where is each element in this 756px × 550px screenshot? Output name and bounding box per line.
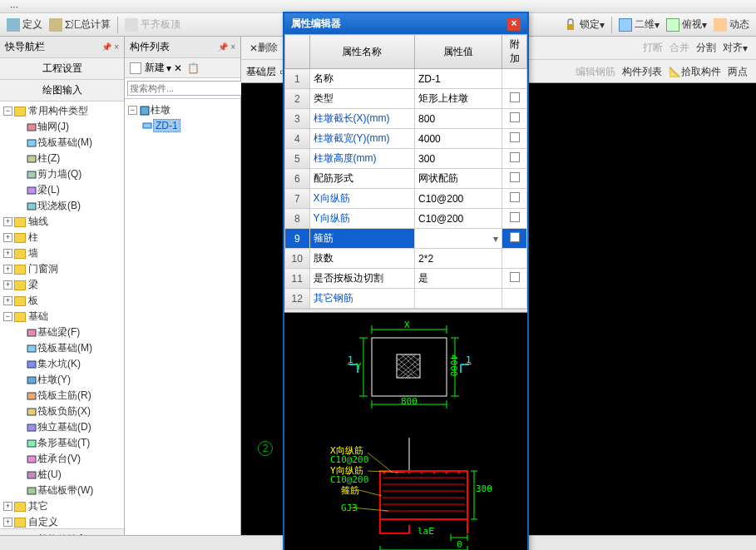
property-row[interactable]: 3柱墩截长(X)(mm)800: [285, 109, 527, 129]
tree-node-zd1[interactable]: ZD-1: [128, 118, 237, 133]
prop-value[interactable]: 800: [415, 109, 502, 129]
tree-node[interactable]: 现浇板(B): [2, 198, 122, 214]
copy-icon[interactable]: 📋: [187, 62, 200, 74]
prop-value[interactable]: ▾: [415, 229, 502, 249]
expand-icon[interactable]: +: [3, 296, 12, 305]
tree-node[interactable]: +柱: [2, 230, 122, 245]
expand-icon[interactable]: +: [3, 217, 12, 226]
property-row[interactable]: 6配筋形式网状配筋: [285, 169, 527, 189]
close-icon[interactable]: ×: [507, 17, 521, 31]
pin-icon[interactable]: 📌 ×: [218, 42, 235, 52]
expand-icon[interactable]: +: [3, 502, 12, 511]
tree-node[interactable]: +其它: [2, 498, 122, 514]
property-row[interactable]: 4柱墩截宽(Y)(mm)4000: [285, 129, 527, 149]
expand-icon[interactable]: +: [3, 518, 12, 527]
prop-add[interactable]: [502, 269, 527, 289]
prop-value[interactable]: C10@200: [415, 209, 502, 229]
prop-add[interactable]: [502, 89, 527, 109]
editrebar-button[interactable]: 编辑钢筋: [572, 63, 619, 81]
prop-add[interactable]: [502, 109, 527, 129]
tree-node[interactable]: 梁(L): [2, 182, 122, 198]
view2d-button[interactable]: 二维 ▾: [615, 16, 663, 33]
tree-node[interactable]: +梁: [2, 277, 122, 293]
checkbox-icon[interactable]: [510, 92, 520, 102]
checkbox-icon[interactable]: [510, 152, 520, 162]
prop-add[interactable]: [502, 229, 527, 249]
prop-add[interactable]: [502, 289, 527, 309]
prop-add[interactable]: [502, 69, 527, 89]
tree-node[interactable]: 独立基础(D): [2, 419, 122, 435]
prop-value[interactable]: 300: [415, 149, 502, 169]
align-top-button[interactable]: 平齐板顶: [121, 16, 184, 33]
checkbox-icon[interactable]: [510, 212, 520, 222]
collapse-icon[interactable]: −: [128, 106, 137, 115]
component-type-tree[interactable]: −常用构件类型轴网(J)筏板基础(M)柱(Z)剪力墙(Q)梁(L)现浇板(B)+…: [0, 102, 124, 528]
property-row[interactable]: 9箍筋▾: [285, 229, 527, 249]
expand-icon[interactable]: +: [3, 233, 12, 242]
prop-add[interactable]: [502, 249, 527, 269]
expand-icon[interactable]: +: [3, 265, 12, 274]
new-icon[interactable]: [130, 62, 141, 74]
checkbox-icon[interactable]: [510, 132, 520, 142]
tree-node[interactable]: 筏板主筋(R): [2, 388, 122, 404]
expand-icon[interactable]: +: [3, 249, 12, 258]
align-button[interactable]: 对齐 ▾: [719, 39, 751, 57]
prop-value[interactable]: 矩形上柱墩: [415, 89, 502, 109]
checkbox-icon[interactable]: [510, 272, 520, 282]
property-row[interactable]: 8Y向纵筋C10@200: [285, 209, 527, 229]
tree-node[interactable]: +自定义: [2, 514, 122, 528]
prop-value[interactable]: 2*2: [415, 249, 502, 269]
tree-node[interactable]: +轴线: [2, 214, 122, 230]
tree-node[interactable]: 筏板基础(M): [2, 135, 122, 151]
checkbox-icon[interactable]: [510, 232, 520, 242]
tab-project-settings[interactable]: 工程设置: [0, 58, 124, 80]
prop-add[interactable]: [502, 129, 527, 149]
tab-draw-input[interactable]: 绘图输入: [0, 80, 124, 102]
search-input[interactable]: [127, 81, 247, 96]
prop-value[interactable]: 网状配筋: [415, 169, 502, 189]
prop-value[interactable]: C10@200: [415, 189, 502, 209]
delete-button[interactable]: ✕ 删除: [246, 39, 281, 57]
dialog-titlebar[interactable]: 属性编辑器 ×: [284, 13, 527, 34]
tree-node-pier[interactable]: − 柱墩: [128, 102, 237, 118]
layer-selector[interactable]: 基础层: [246, 65, 276, 79]
lock-button[interactable]: 锁定 ▾: [561, 16, 608, 33]
checkbox-icon[interactable]: [510, 172, 520, 182]
prop-add[interactable]: [502, 169, 527, 189]
tree-node[interactable]: 柱(Z): [2, 151, 122, 166]
tree-node[interactable]: 集水坑(K): [2, 356, 122, 372]
break-button[interactable]: 打断: [640, 39, 666, 57]
prop-add[interactable]: [502, 189, 527, 209]
property-row[interactable]: 12其它钢筋: [285, 289, 527, 309]
tree-node[interactable]: 筏板基础(M): [2, 340, 122, 356]
expand-icon[interactable]: +: [3, 280, 12, 290]
tree-node[interactable]: +门窗洞: [2, 261, 122, 277]
tree-node[interactable]: −基础: [2, 309, 122, 325]
define-button[interactable]: 定义: [3, 16, 46, 33]
expand-icon[interactable]: −: [3, 312, 12, 321]
tree-node[interactable]: 基础板带(W): [2, 483, 122, 498]
checkbox-icon[interactable]: [510, 112, 520, 122]
prop-value[interactable]: 4000: [415, 129, 502, 149]
tree-node[interactable]: +墙: [2, 245, 122, 261]
topview-button[interactable]: 俯视 ▾: [663, 16, 710, 33]
tree-node[interactable]: 筏板负筋(X): [2, 404, 122, 419]
prop-value[interactable]: 是: [415, 269, 502, 289]
expand-icon[interactable]: −: [3, 107, 12, 116]
new-button[interactable]: 新建: [145, 61, 165, 75]
dropdown-icon[interactable]: ▾ ✕: [166, 62, 182, 74]
split-button[interactable]: 分割: [693, 39, 719, 57]
tree-node[interactable]: +板: [2, 293, 122, 309]
prop-add[interactable]: [502, 209, 527, 229]
tree-node[interactable]: 条形基础(T): [2, 435, 122, 451]
pin-icon[interactable]: 📌 ×: [101, 42, 119, 52]
tree-node[interactable]: 柱墩(Y): [2, 372, 122, 388]
sumcalc-button[interactable]: Σ 汇总计算: [46, 16, 114, 33]
tree-node[interactable]: 基础梁(F): [2, 325, 122, 340]
tree-node[interactable]: 剪力墙(Q): [2, 166, 122, 182]
property-row[interactable]: 2类型矩形上柱墩: [285, 89, 527, 109]
property-row[interactable]: 1名称ZD-1: [285, 69, 527, 89]
property-row[interactable]: 11是否按板边切割是: [285, 269, 527, 289]
checkbox-icon[interactable]: [510, 192, 520, 202]
tree-node[interactable]: 桩承台(V): [2, 451, 122, 467]
